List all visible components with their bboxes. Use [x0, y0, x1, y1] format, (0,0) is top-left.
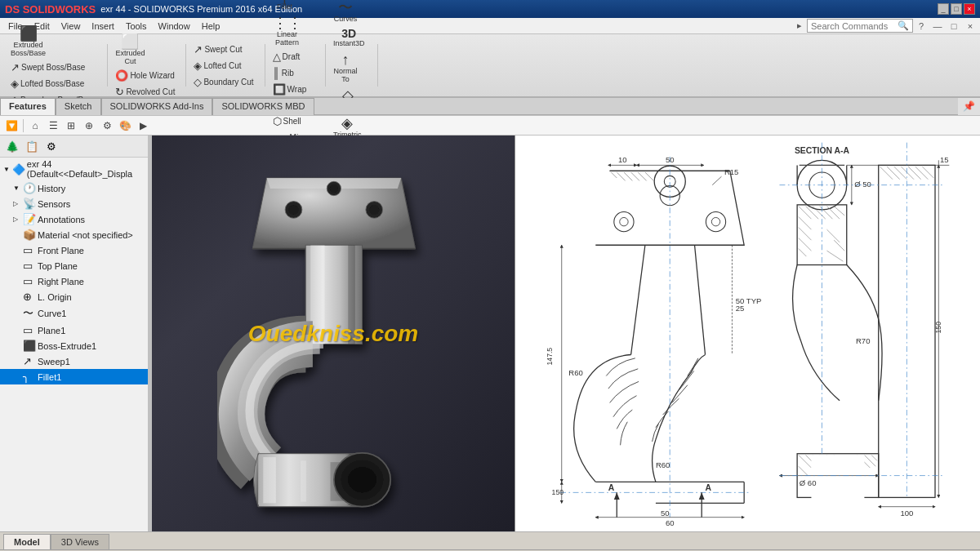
search-icon[interactable]: 🔍	[898, 20, 909, 31]
sweep1-icon: ↗	[23, 355, 36, 367]
origin-icon: ⊕	[23, 291, 36, 303]
tab-3d-views[interactable]: 3D Views	[51, 534, 109, 549]
annotations-arrow: ▷	[13, 216, 21, 223]
rib-button[interactable]: ║ Rib	[269, 65, 311, 81]
solidworks-logo: DS SOLIDWORKS	[5, 3, 96, 16]
title-bar-controls[interactable]: _ □ ×	[938, 3, 975, 15]
lofted-boss-base-button[interactable]: ◈ Lofted Boss/Base	[7, 76, 100, 91]
top-plane-label: Top Plane	[38, 261, 78, 271]
shell-button[interactable]: ⬡ Shell	[269, 113, 318, 129]
annotations-icon: 📝	[23, 213, 36, 225]
expand-icon[interactable]: ▶	[135, 118, 151, 134]
plane1-label: Plane1	[38, 326, 65, 335]
svg-point-7	[330, 184, 338, 193]
tab-solidworks-addins[interactable]: SOLIDWORKS Add-Ins	[101, 98, 213, 115]
tab-solidworks-mbd[interactable]: SOLIDWORKS MBD	[212, 98, 314, 115]
tree-origin[interactable]: ⊕ L. Origin	[0, 289, 148, 304]
svg-text:A: A	[706, 483, 712, 492]
linear-pattern-button[interactable]: ⋮⋮ LinearPattern	[269, 13, 306, 49]
swept-cut-button[interactable]: ↗ Swept Cut	[189, 42, 257, 57]
color-icon[interactable]: 🎨	[117, 118, 133, 134]
boundary-cut-button[interactable]: ◇ Boundary Cut	[189, 74, 257, 90]
boss-extrude1-icon: ⬛	[23, 340, 36, 352]
settings-icon[interactable]: ⚙	[99, 118, 115, 134]
material-icon: 📦	[23, 229, 36, 241]
search-input[interactable]	[811, 21, 898, 31]
draft-button[interactable]: △ Draft	[269, 49, 311, 64]
pin-icon[interactable]: 📌	[958, 98, 980, 115]
tree-root-item[interactable]: ▼ 🔷 exr 44 (Default<<Default>_Displa	[0, 158, 148, 180]
lofted-boss-icon: ◈	[11, 78, 19, 90]
svg-text:60: 60	[666, 518, 675, 527]
tree-root-label: exr 44 (Default<<Default>_Displa	[27, 159, 145, 179]
menu-insert[interactable]: Insert	[87, 20, 119, 33]
search-box[interactable]: 🔍	[807, 19, 913, 33]
wrap-button[interactable]: 🔲 Wrap	[269, 82, 311, 97]
property-icon[interactable]: 📋	[23, 137, 41, 155]
tree-sensors[interactable]: ▷ 📡 Sensors	[0, 196, 148, 211]
tree-history[interactable]: ▼ 🕐 History	[0, 180, 148, 196]
tab-model[interactable]: Model	[3, 534, 51, 549]
menu-tools[interactable]: Tools	[121, 20, 152, 33]
svg-text:R60: R60	[656, 460, 670, 469]
swept-boss-base-button[interactable]: ↗ Swept Boss/Base	[7, 60, 100, 75]
fillet-button[interactable]: ╮ Fillet	[269, 0, 301, 13]
restore-icon[interactable]: □	[947, 20, 960, 33]
help-icon[interactable]: ?	[915, 20, 928, 33]
close-button[interactable]: ×	[964, 3, 975, 15]
technical-drawing: 10 50 R15 R60 50 TYP 25 147.5 150 60	[515, 136, 980, 531]
hole-wizard-icon: ⭕	[115, 69, 128, 82]
swept-boss-icon: ↗	[11, 61, 20, 73]
maximize-button[interactable]: □	[951, 3, 962, 15]
history-icon: 🕐	[23, 182, 36, 194]
3d-viewport[interactable]: Ouedkniss.com	[152, 136, 514, 531]
tree-fillet1[interactable]: ╮ Fillet1	[0, 369, 148, 384]
tree-annotations[interactable]: ▷ 📝 Annotations	[0, 211, 148, 227]
tree-plane1[interactable]: ▭ Plane1	[0, 322, 148, 338]
tree-right-plane[interactable]: ▭ Right Plane	[0, 273, 148, 289]
shell-icon: ⬡	[273, 115, 282, 127]
svg-text:Ø 50: Ø 50	[854, 180, 871, 189]
minimize-button[interactable]: _	[938, 3, 949, 15]
home-icon[interactable]: ⌂	[27, 118, 43, 134]
instant3d-button[interactable]: 3D Instant3D	[329, 25, 369, 50]
lofted-cut-button[interactable]: ◈ Lofted Cut	[189, 58, 257, 73]
tree-top-plane[interactable]: ▭ Top Plane	[0, 258, 148, 273]
hole-wizard-button[interactable]: ⭕ Hole Wizard	[111, 68, 179, 83]
tree-front-plane[interactable]: ▭ Front Plane	[0, 242, 148, 258]
tab-features[interactable]: Features	[0, 98, 56, 115]
menu-help[interactable]: Help	[197, 20, 225, 33]
extruded-cut-icon: ⬜	[121, 34, 139, 49]
tree-icon[interactable]: 🌲	[3, 137, 21, 155]
tree-boss-extrude1[interactable]: ⬛ Boss-Extrude1	[0, 338, 148, 353]
quick-toolbar: 🔽 ⌂ ☰ ⊞ ⊕ ⚙ 🎨 ▶	[0, 116, 980, 136]
close-icon[interactable]: ×	[964, 20, 977, 33]
config-icon[interactable]: ⚙	[42, 137, 60, 155]
svg-text:R60: R60	[568, 368, 582, 377]
tree-sweep1[interactable]: ↗ Sweep1	[0, 353, 148, 369]
linear-pattern-icon: ⋮⋮	[273, 16, 302, 30]
svg-rect-11	[348, 245, 355, 344]
filter-icon[interactable]: 🔽	[3, 118, 20, 134]
revolved-cut-button[interactable]: ↻ Revolved Cut	[111, 84, 179, 100]
extruded-cut-button[interactable]: ⬜ ExtrudedCut	[111, 32, 149, 68]
menu-window[interactable]: Window	[154, 20, 195, 33]
grid-icon[interactable]: ⊞	[63, 118, 79, 134]
target-icon[interactable]: ⊕	[81, 118, 97, 134]
svg-text:147.5: 147.5	[546, 348, 554, 366]
list-icon[interactable]: ☰	[45, 118, 61, 134]
right-plane-icon: ▭	[23, 275, 36, 287]
extruded-boss-base-button[interactable]: ⬛ ExtrudedBoss/Base	[7, 24, 50, 60]
normal-to-button[interactable]: ↑ NormalTo	[329, 50, 362, 86]
curves-icon: 〜	[338, 0, 353, 15]
tree-curve1[interactable]: 〜 Curve1	[0, 304, 148, 322]
menu-view[interactable]: View	[56, 20, 86, 33]
sensors-arrow: ▷	[13, 200, 21, 207]
tab-sketch[interactable]: Sketch	[56, 98, 101, 115]
cut-group: ⬜ ExtrudedCut ⭕ Hole Wizard ↻ Revolved C…	[111, 44, 186, 87]
tree-material[interactable]: 📦 Material <not specified>	[0, 227, 148, 242]
swept-cut-group: ↗ Swept Cut ◈ Lofted Cut ◇ Boundary Cut	[189, 44, 265, 87]
curves-button[interactable]: 〜 Curves	[329, 0, 362, 25]
minimize-icon[interactable]: —	[931, 20, 944, 33]
title-bar: DS SOLIDWORKS exr 44 - SOLIDWORKS Premiu…	[0, 0, 980, 18]
